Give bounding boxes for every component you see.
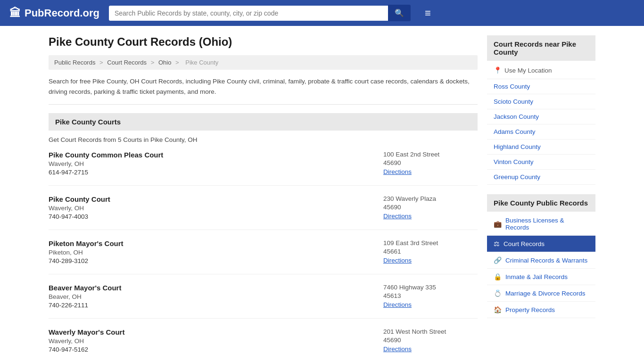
record-label: Court Records (504, 240, 545, 247)
records-type-link[interactable]: 💍Marriage & Divorce Records (487, 285, 595, 302)
site-logo[interactable]: 🏛 PubRecord.org (9, 7, 99, 20)
nearby-title: Court Records near Pike County (487, 35, 595, 61)
court-info: Pike County Common Pleas Court Waverly, … (49, 151, 383, 176)
court-entry: Piketon Mayor's Court Piketon, OH 740-28… (49, 239, 478, 274)
court-zip: 45690 (383, 159, 478, 166)
page-title: Pike County Court Records (Ohio) (49, 35, 478, 49)
main-content: Pike County Court Records (Ohio) Public … (49, 35, 478, 362)
nearby-county-link[interactable]: Ross County (487, 79, 595, 94)
court-address: 201 West North Street 45690 Directions (383, 328, 478, 353)
breadcrumb-court-records[interactable]: Court Records (107, 59, 147, 66)
nearby-county-link[interactable]: Jackson County (487, 109, 595, 124)
court-address: 100 East 2nd Street 45690 Directions (383, 151, 478, 176)
record-label: Criminal Records & Warrants (505, 257, 587, 264)
breadcrumb-public-records[interactable]: Public Records (54, 59, 95, 66)
search-bar: 🔍 (109, 5, 411, 21)
records-link-list: 💼Business Licenses & Records⚖Court Recor… (487, 213, 595, 318)
records-type-link[interactable]: 🏠Property Records (487, 302, 595, 318)
record-icon: 🔗 (494, 256, 502, 264)
court-entry: Pike County Court Waverly, OH 740-947-40… (49, 195, 478, 230)
court-entry: Waverly Mayor's Court Waverly, OH 740-94… (49, 328, 478, 362)
public-records-title: Pike County Public Records (487, 194, 595, 212)
logo-text: PubRecord.org (25, 7, 99, 19)
court-city: Waverly, OH (49, 160, 383, 167)
court-phone: 740-947-4003 (49, 213, 383, 220)
directions-link[interactable]: Directions (383, 301, 412, 308)
main-container: Pike County Court Records (Ohio) Public … (39, 26, 605, 362)
court-street: 109 East 3rd Street (383, 239, 478, 247)
record-label: Marriage & Divorce Records (505, 290, 586, 297)
courts-list: Pike County Common Pleas Court Waverly, … (49, 151, 478, 362)
logo-icon: 🏛 (9, 7, 21, 20)
directions-link[interactable]: Directions (383, 213, 412, 220)
nearby-county-link[interactable]: Adams County (487, 124, 595, 140)
records-type-link[interactable]: 💼Business Licenses & Records (487, 213, 595, 236)
nearby-county-link[interactable]: Vinton County (487, 155, 595, 170)
record-label: Inmate & Jail Records (505, 273, 568, 280)
site-header: 🏛 PubRecord.org 🔍 ≡ (0, 0, 644, 26)
court-name: Beaver Mayor's Court (49, 284, 383, 292)
use-location-label: Use My Location (504, 67, 552, 74)
court-info: Piketon Mayor's Court Piketon, OH 740-28… (49, 239, 383, 264)
court-street: 201 West North Street (383, 328, 478, 335)
menu-button[interactable]: ≡ (425, 7, 431, 19)
court-address: 230 Waverly Plaza 45690 Directions (383, 195, 478, 220)
court-entry: Pike County Common Pleas Court Waverly, … (49, 151, 478, 186)
court-phone: 740-289-3102 (49, 257, 383, 264)
page-description: Search for free Pike County, OH Court Re… (49, 76, 478, 105)
record-icon: 💍 (494, 289, 502, 297)
directions-link[interactable]: Directions (383, 257, 412, 264)
records-type-link[interactable]: 🔗Criminal Records & Warrants (487, 252, 595, 269)
directions-link[interactable]: Directions (383, 168, 412, 175)
court-name: Pike County Court (49, 195, 383, 203)
court-city: Waverly, OH (49, 337, 383, 345)
breadcrumb-sep-3: > (175, 59, 181, 66)
court-city: Waverly, OH (49, 205, 383, 212)
public-records-section: Pike County Public Records 💼Business Lic… (487, 194, 595, 318)
court-phone: 740-226-2111 (49, 302, 383, 309)
court-zip: 45661 (383, 248, 478, 255)
court-name: Pike County Common Pleas Court (49, 151, 383, 159)
court-address: 109 East 3rd Street 45661 Directions (383, 239, 478, 264)
court-name: Piketon Mayor's Court (49, 239, 383, 247)
court-entry: Beaver Mayor's Court Beaver, OH 740-226-… (49, 284, 478, 319)
nearby-section: Court Records near Pike County 📍 Use My … (487, 35, 595, 185)
records-type-link[interactable]: ⚖Court Records (487, 236, 595, 252)
breadcrumb-sep-1: > (99, 59, 105, 66)
sidebar: Court Records near Pike County 📍 Use My … (487, 35, 595, 362)
court-city: Beaver, OH (49, 293, 383, 300)
record-icon: 🏠 (494, 306, 502, 313)
court-zip: 45613 (383, 292, 478, 299)
nearby-county-link[interactable]: Greenup County (487, 170, 595, 185)
court-street: 7460 Highway 335 (383, 284, 478, 291)
court-phone: 740-947-5162 (49, 346, 383, 353)
breadcrumb-sep-2: > (151, 59, 156, 66)
record-label: Business Licenses & Records (505, 217, 589, 231)
court-city: Piketon, OH (49, 249, 383, 256)
record-icon: ⚖ (494, 240, 500, 247)
court-street: 230 Waverly Plaza (383, 195, 478, 202)
court-info: Beaver Mayor's Court Beaver, OH 740-226-… (49, 284, 383, 309)
breadcrumb-pike-county: Pike County (185, 59, 218, 66)
record-label: Property Records (505, 306, 555, 313)
search-input[interactable] (109, 6, 388, 21)
record-icon: 💼 (494, 220, 502, 228)
court-street: 100 East 2nd Street (383, 151, 478, 158)
search-button[interactable]: 🔍 (388, 5, 411, 21)
nearby-county-link[interactable]: Highland County (487, 140, 595, 155)
nearby-county-link[interactable]: Scioto County (487, 94, 595, 109)
use-location-button[interactable]: 📍 Use My Location (487, 62, 595, 79)
court-info: Waverly Mayor's Court Waverly, OH 740-94… (49, 328, 383, 353)
directions-link[interactable]: Directions (383, 346, 412, 353)
records-type-link[interactable]: 🔒Inmate & Jail Records (487, 269, 595, 285)
court-phone: 614-947-2715 (49, 169, 383, 176)
hamburger-icon: ≡ (425, 7, 431, 19)
search-icon: 🔍 (395, 9, 404, 17)
court-zip: 45690 (383, 204, 478, 211)
court-name: Waverly Mayor's Court (49, 328, 383, 336)
courts-subtitle: Get Court Records from 5 Courts in Pike … (49, 136, 478, 143)
location-icon: 📍 (494, 66, 502, 74)
court-address: 7460 Highway 335 45613 Directions (383, 284, 478, 309)
nearby-county-list: Ross CountyScioto CountyJackson CountyAd… (487, 79, 595, 185)
breadcrumb-ohio[interactable]: Ohio (158, 59, 171, 66)
